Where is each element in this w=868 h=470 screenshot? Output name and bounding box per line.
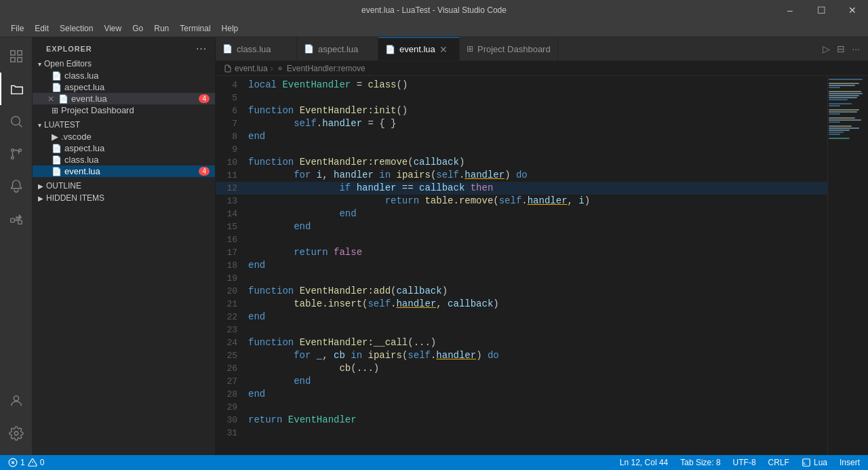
menu-view[interactable]: View [98,22,127,35]
sidebar-item-class-lua[interactable]: 📄 class.lua [33,70,215,81]
activity-icon-explorer[interactable] [0,73,33,105]
hidden-items-section[interactable]: ▶ HIDDEN ITEMS [33,192,215,204]
status-language[interactable]: L Lua [799,458,830,467]
activity-icon-extensions[interactable] [0,203,33,235]
status-tab-size[interactable]: Tab Size: 8 [677,458,723,467]
line-num-19: 19 [216,272,248,285]
sidebar-item-event-lua-tree[interactable]: 📄 event.lua 4 [33,165,215,177]
sidebar-item-aspect-lua-tree[interactable]: 📄 aspect.lua [33,142,215,154]
class-lua-file-icon: 📄 [52,71,62,81]
line-num-13: 13 [216,195,248,208]
activity-icon-debug[interactable] [0,170,33,203]
code-line-4: 4 local EventHandler = class() [216,79,827,92]
line-content-13: return table.remove(self.handler, i) [248,195,827,208]
code-line-8: 8 end [216,130,827,143]
aspect-lua-file-icon: 📄 [52,83,62,92]
vscode-label: .vscode [61,132,92,142]
sidebar-item-class-lua-tree[interactable]: 📄 class.lua [33,154,215,165]
menu-go[interactable]: Go [127,22,149,35]
status-line-ending[interactable]: CRLF [766,458,792,467]
sidebar-item-vscode[interactable]: ▶ .vscode [33,131,215,142]
tab-project-dashboard[interactable]: ⊞ Project Dashboard [460,37,558,60]
code-line-21: 21 table.insert(self.handler, callback) [216,298,827,311]
menu-file[interactable]: File [5,22,29,35]
status-errors[interactable]: 1 0 [5,458,47,467]
code-line-10: 10 function EventHandler:remove(callback… [216,156,827,169]
line-num-4: 4 [216,79,248,92]
sidebar-item-project-dashboard[interactable]: ⊞ Project Dashboard [33,104,215,116]
tab-aspect-lua[interactable]: 📄 aspect.lua [297,37,378,60]
close-button[interactable]: ✕ [837,0,868,20]
warning-count: 0 [40,458,45,467]
editor-panel: 📄 class.lua 📄 aspect.lua 📄 event.lua ✕ ⊞… [216,37,868,455]
tab-event-lua-close[interactable]: ✕ [439,45,448,54]
status-insert-mode[interactable]: Insert [837,458,863,467]
event-lua-file-icon: 📄 [58,94,68,104]
activity-icon-settings[interactable] [0,417,33,450]
more-actions-button[interactable]: ··· [849,42,863,56]
activity-icon-search[interactable] [0,105,33,138]
split-editor-button[interactable]: ⊟ [834,42,848,56]
run-button[interactable]: ▷ [820,42,833,56]
code-line-11: 11 for i, handler in ipairs(self.handler… [216,169,827,182]
line-num-6: 6 [216,104,248,117]
menu-help[interactable]: Help [216,22,244,35]
event-lua-badge: 4 [199,94,210,103]
line-content-11: for i, handler in ipairs(self.handler) d… [248,169,827,182]
line-content-9 [248,143,827,156]
line-num-26: 26 [216,362,248,375]
window-controls: – ☐ ✕ [774,0,868,20]
line-ending-label: CRLF [768,458,789,467]
editor-container: 4 local EventHandler = class() 5 6 funct… [216,76,868,455]
tab-event-lua[interactable]: 📄 event.lua ✕ [378,37,460,60]
outline-section[interactable]: ▶ OUTLINE [33,180,215,192]
menu-run[interactable]: Run [149,22,174,35]
breadcrumb-file[interactable]: event.lua [235,64,268,73]
code-line-28: 28 end [216,388,827,401]
open-editors-section[interactable]: ▾ Open Editors [33,58,215,70]
sidebar-header: Explorer ··· [33,37,215,58]
line-num-31: 31 [216,427,248,439]
breadcrumb-symbol[interactable]: EventHandler:remove [287,64,366,73]
menu-terminal[interactable]: Terminal [174,22,216,35]
line-num-14: 14 [216,208,248,220]
line-content-8: end [248,130,827,143]
sidebar: Explorer ··· ▾ Open Editors 📄 class.lua … [33,37,216,455]
sidebar-item-aspect-lua[interactable]: 📄 aspect.lua [33,81,215,93]
code-line-25: 25 for _, cb in ipairs(self.handler) do [216,349,827,362]
line-content-27: end [248,375,827,388]
menu-selection[interactable]: Selection [54,22,98,35]
sidebar-more-button[interactable]: ··· [196,43,207,55]
event-lua-close-icon[interactable]: ✕ [47,94,54,104]
status-encoding[interactable]: UTF-8 [730,458,759,467]
status-position[interactable]: Ln 12, Col 44 [617,458,671,467]
project-dashboard-icon: ⊞ [52,106,58,115]
menu-edit[interactable]: Edit [29,22,54,35]
minimize-button[interactable]: – [774,0,806,20]
minimap[interactable] [827,76,868,455]
activity-icon-account[interactable] [0,385,33,417]
tab-class-lua[interactable]: 📄 class.lua [216,37,297,60]
line-num-5: 5 [216,92,248,104]
sidebar-item-event-lua[interactable]: ✕ 📄 event.lua 4 [33,93,215,104]
activity-icon-source-control[interactable] [0,138,33,170]
line-content-16 [248,233,827,246]
line-content-28: end [248,388,827,401]
line-num-25: 25 [216,349,248,362]
status-bar: 1 0 Ln 12, Col 44 Tab Size: 8 UTF-8 CRLF… [0,455,868,470]
luatest-section[interactable]: ▾ LUATEST [33,119,215,131]
code-editor[interactable]: 4 local EventHandler = class() 5 6 funct… [216,76,827,455]
line-num-8: 8 [216,130,248,143]
encoding-label: UTF-8 [733,458,756,467]
line-content-4: local EventHandler = class() [248,79,827,92]
maximize-button[interactable]: ☐ [806,0,837,20]
line-num-9: 9 [216,143,248,156]
code-line-14: 14 end [216,208,827,220]
activity-bottom [0,385,33,450]
code-line-5: 5 [216,92,827,104]
title-bar: event.lua - LuaTest - Visual Studio Code… [0,0,868,20]
line-content-14: end [248,208,827,220]
svg-point-10 [14,396,18,401]
language-label: Lua [814,458,827,467]
activity-icon-grid[interactable] [0,40,33,73]
